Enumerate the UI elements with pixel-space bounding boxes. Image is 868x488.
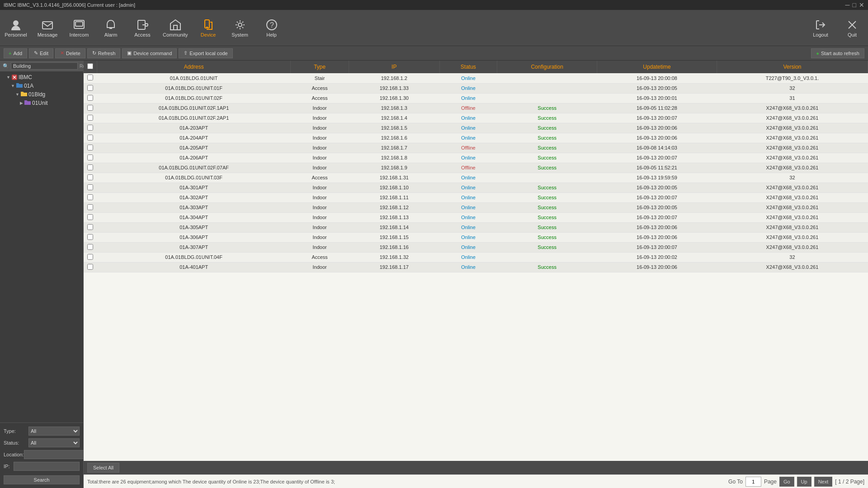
row-status: Offline [439, 103, 497, 113]
toolbar-device-label: Device [201, 32, 216, 38]
row-checkbox[interactable] [87, 204, 93, 210]
row-checkbox[interactable] [87, 105, 93, 111]
row-status: Online [439, 232, 497, 242]
row-checkbox[interactable] [87, 254, 93, 260]
row-checkbox[interactable] [87, 75, 93, 80]
auto-refresh-button[interactable]: ● Start auto refresh [811, 48, 864, 58]
row-checkbox[interactable] [87, 125, 93, 131]
row-checkbox-cell [84, 262, 97, 272]
toolbar-quit[interactable]: Quit [841, 19, 863, 38]
go-button[interactable]: Go [779, 477, 794, 487]
row-ip: 192.168.1.33 [349, 83, 439, 93]
row-ip: 192.168.1.12 [349, 202, 439, 212]
row-config: Success [497, 123, 597, 133]
delete-button[interactable]: ✕ Delete [55, 48, 85, 58]
row-ip: 192.168.1.13 [349, 212, 439, 222]
table-row: 01A-306APT Indoor 192.168.1.15 Online Su… [84, 232, 868, 242]
minimize-button[interactable]: ─ [845, 1, 850, 9]
row-checkbox[interactable] [87, 244, 93, 250]
type-select[interactable]: All Indoor Outdoor Access Stair [28, 427, 80, 436]
toolbar-system[interactable]: System [229, 19, 251, 38]
tree-node-01unit[interactable]: ▶ 01Unit [0, 99, 83, 107]
add-button[interactable]: + Add [4, 48, 27, 58]
row-type: Indoor [291, 202, 349, 212]
up-button[interactable]: Up [797, 477, 811, 487]
table-row: 01A-302APT Indoor 192.168.1.11 Online Su… [84, 192, 868, 202]
row-config: Success [497, 133, 597, 143]
table-header-row: Address Type IP Status Configuration Upd… [84, 61, 868, 73]
svg-point-6 [145, 23, 148, 26]
toolbar-alarm[interactable]: Alarm [99, 19, 122, 38]
building-search-input[interactable] [11, 62, 78, 70]
toolbar-help[interactable]: ? Help [260, 19, 283, 38]
row-status: Online [439, 183, 497, 192]
refresh-button[interactable]: ↻ Refresh [87, 48, 121, 58]
toolbar-message[interactable]: Message [36, 19, 59, 38]
row-checkbox[interactable] [87, 85, 93, 91]
status-select[interactable]: All Online Offline [28, 438, 80, 447]
row-checkbox[interactable] [87, 155, 93, 160]
tree-node-01a[interactable]: ▼ 01A [0, 81, 83, 90]
svg-point-11 [238, 23, 242, 27]
edit-button[interactable]: ✎ Edit [29, 48, 53, 58]
folder-icon [21, 91, 27, 98]
row-config [497, 252, 597, 262]
row-version: X247@X68_V3.0.0.261 [717, 202, 868, 212]
row-checkbox[interactable] [87, 174, 93, 180]
row-updatetime: 16-09-13 20:00:06 [597, 123, 717, 133]
select-all-header-checkbox[interactable] [87, 63, 93, 69]
row-ip: 192.168.1.4 [349, 113, 439, 123]
toolbar-community[interactable]: Community [163, 19, 188, 38]
add-icon: + [9, 51, 11, 56]
device-command-button[interactable]: ▣ Device command [122, 48, 177, 58]
row-checkbox[interactable] [87, 234, 93, 240]
row-ip: 192.168.1.32 [349, 252, 439, 262]
row-checkbox-cell [84, 212, 97, 222]
export-local-code-button[interactable]: ⇧ Export local code [179, 48, 232, 58]
ip-input[interactable] [14, 462, 80, 471]
row-version: X247@X68_V3.0.0.261 [717, 232, 868, 242]
table-row: 01A.01BLDG.01UNIT Stair 192.168.1.2 Onli… [84, 73, 868, 83]
toolbar-personnel[interactable]: Personnel [5, 19, 27, 38]
select-all-button[interactable]: Select All [87, 463, 119, 473]
row-checkbox[interactable] [87, 184, 93, 190]
row-version: 32 [717, 83, 868, 93]
row-version: X247@X68_V3.0.0.261 [717, 113, 868, 123]
toolbar-intercom[interactable]: Intercom [68, 19, 90, 38]
location-input[interactable] [24, 450, 90, 459]
table-row: 01A-204APT Indoor 192.168.1.6 Online Suc… [84, 133, 868, 143]
close-button[interactable]: ✕ [859, 1, 864, 9]
row-checkbox[interactable] [87, 224, 93, 230]
row-ip: 192.168.1.30 [349, 93, 439, 103]
row-updatetime: 16-09-13 20:00:05 [597, 183, 717, 192]
tree-node-01bldg[interactable]: ▼ 01Bldg [0, 90, 83, 99]
row-version: X247@X68_V3.0.0.261 [717, 153, 868, 163]
row-ip: 192.168.1.15 [349, 232, 439, 242]
toolbar-logout[interactable]: Logout [809, 19, 832, 38]
status-label: Status: [4, 440, 28, 446]
tree-node-01bldg-label: 01Bldg [28, 91, 45, 98]
page-number-input[interactable]: 1 [745, 477, 761, 487]
next-button[interactable]: Next [814, 477, 833, 487]
search-button[interactable]: Search [4, 475, 80, 484]
row-checkbox[interactable] [87, 164, 93, 170]
tree-node-ibmc[interactable]: ▼ IBMC [0, 73, 83, 81]
maximize-button[interactable]: □ [853, 1, 856, 9]
status-text: Total:there are 26 equipment;among which… [87, 479, 335, 484]
row-checkbox[interactable] [87, 145, 93, 150]
toolbar-access[interactable]: Access [131, 19, 154, 38]
row-checkbox[interactable] [87, 95, 93, 101]
row-checkbox[interactable] [87, 194, 93, 200]
row-address: 01A.01BLDG.01UNIT.02F [97, 93, 291, 103]
toolbar-device[interactable]: Device [197, 19, 220, 38]
row-type: Indoor [291, 242, 349, 252]
row-checkbox[interactable] [87, 264, 93, 270]
row-checkbox[interactable] [87, 135, 93, 141]
row-checkbox-cell [84, 83, 97, 93]
row-updatetime: 16-09-08 14:14:03 [597, 143, 717, 153]
folder-icon [16, 82, 23, 89]
row-checkbox[interactable] [87, 115, 93, 121]
x-icon [12, 75, 17, 80]
row-ip: 192.168.1.11 [349, 192, 439, 202]
row-checkbox[interactable] [87, 214, 93, 220]
